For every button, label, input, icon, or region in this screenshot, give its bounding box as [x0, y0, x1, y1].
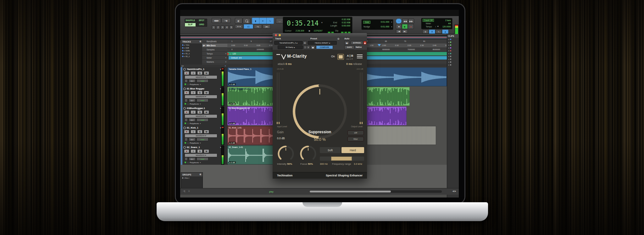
auto-a-button[interactable]: a	[303, 41, 307, 45]
scrollbar-thumb[interactable]	[310, 191, 391, 192]
magnifier-icon[interactable]	[243, 18, 250, 24]
tempo-marker-icon[interactable]	[227, 52, 229, 55]
mute-button[interactable]: M	[204, 91, 209, 95]
copy-to-b-button[interactable]: copy to B	[346, 58, 353, 60]
mirror-edit-button[interactable]: ≡±	[254, 24, 262, 29]
voice-selector[interactable]: Polyphonic	[190, 142, 199, 144]
automation-mode-button[interactable]: read	[197, 157, 208, 161]
frequency-range-handle[interactable]	[331, 157, 352, 161]
preset-selector[interactable]: <factory default>▾	[308, 41, 337, 45]
target-button[interactable]: ◉	[363, 41, 367, 45]
voice-selector[interactable]: Polyphonic	[190, 83, 199, 85]
track-view-selector[interactable]: waveform ▾	[185, 95, 217, 99]
track-name[interactable]: 01BlueReggae.1▾	[183, 106, 221, 110]
elastic-audio-button[interactable]	[185, 157, 188, 161]
track-view-selector[interactable]: waveform ▾	[185, 75, 217, 79]
nudge-dropdown-icon[interactable]: ▾	[391, 26, 392, 28]
plugin-selector[interactable]: M-Clarity▾	[278, 45, 303, 49]
brand-name[interactable]: Techivation	[277, 174, 292, 177]
tool-trim-button[interactable]: ◧	[235, 18, 242, 24]
track-header[interactable]: 01 Blue Reggae▾ ▼ I S M waveform ▾ dyn r…	[181, 87, 228, 106]
zoom-out-button[interactable]: ◀◆▶	[212, 18, 221, 23]
group-item[interactable]: <ALL>	[181, 176, 203, 179]
tempo-ruler-button[interactable]: A	[429, 30, 435, 34]
input-monitor-button[interactable]: I	[191, 71, 196, 75]
track-selector[interactable]: YamahaGrandPn_1▾	[274, 41, 303, 45]
filter-button[interactable]: filter	[347, 137, 364, 141]
track-list-item[interactable]: ▸01B1	[181, 49, 203, 52]
clip-gain-badge[interactable]: ▸ 0 dB	[229, 83, 236, 85]
tool-selector-button[interactable]: ▮	[252, 18, 259, 24]
forward-button[interactable]: ▶▶	[408, 19, 414, 24]
record-enable-button[interactable]: ▼	[184, 130, 189, 134]
main-counter-value[interactable]: 0:35.214	[287, 20, 319, 27]
elastic-audio-button[interactable]	[185, 118, 188, 122]
clip-list-item[interactable]: ▸	[447, 41, 459, 43]
dyn-button[interactable]: dyn	[189, 138, 196, 141]
preset-gear-icon[interactable]: ◎	[337, 37, 339, 40]
conductor-button[interactable]: ≣	[422, 30, 429, 34]
soft-button[interactable]: Soft	[320, 147, 341, 153]
release-value[interactable]: 0 ms	[346, 62, 352, 66]
track-name[interactable]: YamhGrndPn_1▾	[183, 67, 221, 71]
rewind-button[interactable]: ◀◀	[402, 19, 408, 24]
stop-button[interactable]: ■	[396, 24, 402, 29]
input-monitor-button[interactable]: I	[191, 130, 196, 134]
edit-view-selector-icon[interactable]: ▤▾	[181, 65, 184, 67]
record-enable-button[interactable]: ▼	[184, 110, 189, 114]
zoom-preset-1[interactable]: 1	[212, 26, 216, 29]
track-view-selector[interactable]: waveform ▾	[185, 153, 217, 157]
focus-knob[interactable]	[299, 144, 318, 163]
zoom-preset-3[interactable]: 3	[220, 26, 225, 29]
ruler-label-samples[interactable]: Samples	[202, 48, 227, 52]
menu-icon[interactable]	[357, 54, 363, 58]
solo-button[interactable]: S	[197, 110, 203, 114]
tempo-value[interactable]: 120.0000	[442, 26, 451, 28]
tool-smart-button[interactable]: ∿	[266, 18, 274, 24]
elastic-audio-button[interactable]	[185, 138, 188, 141]
go-to-end-button[interactable]: ▶|	[402, 29, 408, 33]
tab-to-transient-button[interactable]: ⇤⇥	[235, 24, 243, 29]
mute-button[interactable]: M	[204, 130, 209, 134]
hard-button[interactable]: Hard	[341, 147, 364, 153]
next-preset-button[interactable]: +	[307, 45, 310, 49]
ruler-label-markers[interactable]: Markers+	[202, 60, 227, 64]
minimize-window-icon[interactable]	[279, 34, 281, 36]
ruler-label-min-secs[interactable]: ▤▾Min:Secs	[202, 43, 227, 48]
mute-button[interactable]: M	[204, 71, 209, 75]
automation-mode-button[interactable]: read	[197, 79, 208, 83]
intensity-knob[interactable]	[276, 144, 295, 163]
voice-selector[interactable]: Polyphonic	[190, 123, 199, 124]
plugin-titlebar[interactable]	[273, 33, 367, 37]
track-name[interactable]: 02_Snare_1▾	[183, 146, 221, 149]
mode-slip-button[interactable]: SLIP	[185, 23, 196, 27]
safe-button[interactable]: SAFE	[344, 45, 354, 49]
freq-low-value[interactable]: 300 Hz	[320, 163, 328, 165]
play-button[interactable]: ▶	[402, 24, 408, 29]
grid-value[interactable]: 0:01.000	[381, 21, 389, 23]
offline-clip[interactable]	[367, 126, 436, 145]
dyn-button[interactable]: dyn	[189, 79, 196, 83]
record-enable-button[interactable]: ▼	[184, 91, 189, 95]
track-header[interactable]: 01BlueReggae.1▾ ▼ I S M waveform ▾ dyn r…	[181, 106, 228, 126]
dyn-button[interactable]: dyn	[189, 157, 196, 161]
diff-button[interactable]: diff	[347, 130, 364, 135]
bypass-button[interactable]: BYPASS	[351, 41, 363, 45]
keyboard-focus-icon[interactable]: ⊣|	[183, 190, 185, 192]
record-button[interactable]: ●	[408, 24, 414, 29]
ruler-label-bars-beats[interactable]: Bars|Beats	[202, 39, 227, 43]
track-list-item[interactable]: ▸01_1	[181, 52, 203, 55]
input-monitor-button[interactable]: I	[191, 110, 196, 114]
tool-scrub-button[interactable]: ◡	[276, 18, 283, 24]
tempo-note-icon[interactable]: ♩▾	[435, 25, 439, 28]
track-header[interactable]: 01_Kick_1▾ ▼ I S M waveform ▾ dyn read ⊥…	[181, 126, 228, 145]
clock-selector-icon[interactable]: ◔▾	[224, 65, 226, 67]
solo-button[interactable]: S	[197, 149, 203, 153]
clip-gain-badge[interactable]: ▸ 0 dB	[229, 122, 236, 124]
clip-list-item[interactable]: ▸	[447, 55, 459, 58]
track-view-selector[interactable]: waveform ▾	[185, 114, 217, 118]
solo-button[interactable]: S	[197, 71, 203, 75]
grid-dropdown-icon[interactable]: ▾	[391, 21, 392, 23]
mode-shuffle-button[interactable]: SHUFFLE	[185, 19, 196, 23]
ruler-label-meter[interactable]: Meter+	[202, 56, 227, 60]
